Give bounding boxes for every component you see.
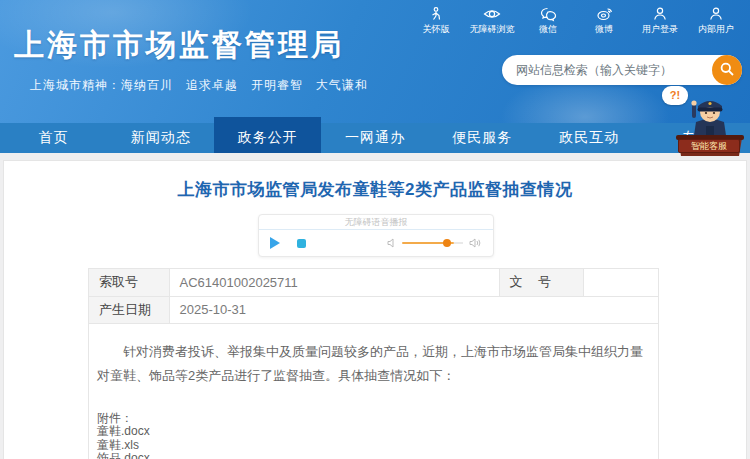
utility-weibo[interactable]: 微博	[576, 4, 632, 36]
doc-number-value	[583, 269, 658, 296]
internal-user-icon	[688, 4, 744, 21]
wechat-icon	[520, 4, 576, 21]
volume-down-icon[interactable]	[387, 234, 397, 252]
utility-user-login[interactable]: 用户登录	[632, 4, 688, 36]
search-button[interactable]	[712, 55, 742, 85]
site-title: 上海市市场监督管理局	[14, 25, 344, 66]
weibo-icon	[576, 4, 632, 21]
table-row: 产生日期 2025-10-31	[89, 296, 658, 323]
user-login-icon	[632, 4, 688, 21]
care-version-icon	[408, 4, 464, 21]
site-header: 关怀版 无障碍浏览 微信 微博	[0, 0, 750, 123]
article-title: 上海市市场监管局发布童鞋等2类产品监督抽查情况	[4, 178, 746, 201]
utility-label: 关怀版	[408, 23, 464, 36]
article-card: 上海市市场监管局发布童鞋等2类产品监督抽查情况 无障碍语音播报	[3, 160, 747, 459]
utility-care-version[interactable]: 关怀版	[408, 4, 464, 36]
accessibility-eye-icon	[464, 4, 520, 21]
utility-internal-user[interactable]: 内部用户	[688, 4, 744, 36]
nav-item-interaction[interactable]: 政民互动	[536, 123, 643, 153]
nav-item-gov-disclosure[interactable]: 政务公开	[214, 117, 321, 153]
article-body: 针对消费者投诉、举报集中及质量问题较多的产品，近期，上海市市场监管局集中组织力量…	[89, 324, 658, 388]
utility-label: 微博	[576, 23, 632, 36]
audio-player: 无障碍语音播报	[258, 214, 494, 257]
search-input[interactable]	[502, 63, 712, 77]
utility-bar: 关怀版 无障碍浏览 微信 微博	[408, 4, 744, 36]
meta-table: 索取号 AC61401002025711 文 号 产生日期 2025-10-31	[89, 269, 658, 324]
site-slogan: 上海城市精神：海纳百川 追求卓越 开明睿智 大气谦和	[30, 77, 368, 94]
site-search	[502, 55, 742, 85]
utility-label: 用户登录	[632, 23, 688, 36]
doc-number-label: 文 号	[499, 269, 583, 296]
nav-item-home[interactable]: 首页	[0, 123, 107, 153]
volume-slider[interactable]	[402, 242, 454, 244]
main-nav: 首页 新闻动态 政务公开 一网通办 便民服务 政民互动 专题	[0, 123, 750, 153]
issue-date-value: 2025-10-31	[169, 296, 658, 323]
attachments: 附件： 童鞋.docx 童鞋.xls 饰品.docx 饰品.xls	[89, 388, 658, 459]
attachment-link[interactable]: 童鞋.xls	[97, 439, 650, 453]
page: 关怀版 无障碍浏览 微信 微博	[0, 0, 750, 459]
index-number-value: AC61401002025711	[169, 269, 499, 296]
utility-accessibility[interactable]: 无障碍浏览	[464, 4, 520, 36]
play-icon[interactable]	[270, 237, 280, 249]
nav-item-public-service[interactable]: 便民服务	[429, 123, 536, 153]
volume-up-icon[interactable]	[469, 234, 482, 252]
utility-label: 无障碍浏览	[464, 23, 520, 36]
nav-item-one-stop[interactable]: 一网通办	[321, 123, 428, 153]
attachments-label: 附件：	[97, 412, 650, 426]
attachment-link[interactable]: 童鞋.docx	[97, 425, 650, 439]
stop-icon[interactable]	[297, 239, 306, 248]
index-number-label: 索取号	[89, 269, 169, 296]
mascot-assistant[interactable]: ?! 智能客服	[654, 86, 746, 158]
article-content-box: 索取号 AC61401002025711 文 号 产生日期 2025-10-31…	[88, 268, 659, 459]
attachment-link[interactable]: 饰品.docx	[97, 452, 650, 459]
utility-wechat[interactable]: 微信	[520, 4, 576, 36]
audio-player-controls	[259, 230, 493, 256]
utility-label: 微信	[520, 23, 576, 36]
mascot-speech-bubble: ?!	[662, 86, 688, 105]
issue-date-label: 产生日期	[89, 296, 169, 323]
volume-control	[387, 234, 482, 252]
smart-service-label: 智能客服	[678, 139, 740, 153]
audio-player-status: 无障碍语音播报	[259, 215, 493, 230]
search-icon	[719, 61, 735, 80]
nav-item-news[interactable]: 新闻动态	[107, 123, 214, 153]
utility-label: 内部用户	[688, 23, 744, 36]
table-row: 索取号 AC61401002025711 文 号	[89, 269, 658, 296]
